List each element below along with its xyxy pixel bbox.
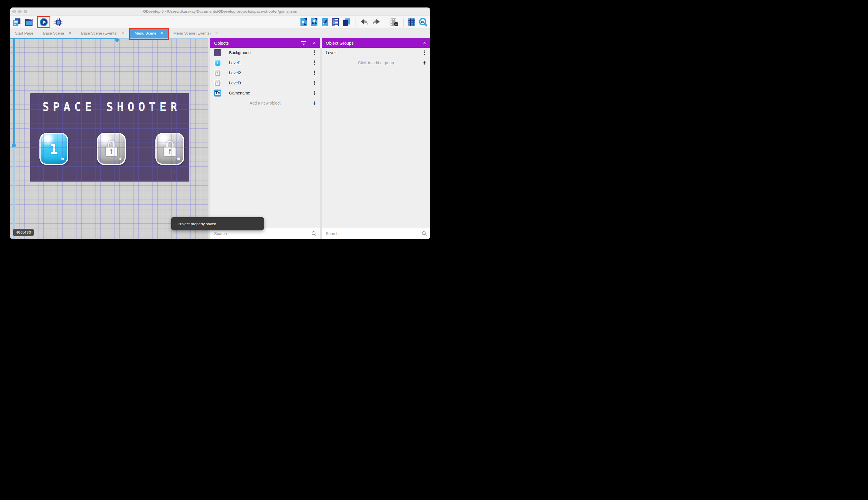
object-menu-kebab-icon[interactable] [312, 80, 317, 86]
object-groups-editor-icon [310, 18, 318, 26]
preview-play-button[interactable] [39, 18, 48, 26]
filter-icon[interactable] [301, 41, 306, 45]
close-panel-icon[interactable]: ✕ [313, 41, 316, 45]
play-icon [39, 18, 48, 26]
object-row-level3[interactable]: Level3 [210, 78, 320, 88]
object-groups-search-input[interactable] [325, 231, 419, 236]
project-manager-button[interactable] [12, 18, 21, 26]
object-row-level2[interactable]: Level2 [210, 68, 320, 78]
gloss-dot [119, 158, 121, 160]
horizontal-scrollbar-track-fill [10, 38, 117, 39]
object-menu-kebab-icon[interactable] [312, 70, 317, 76]
object-menu-kebab-icon[interactable] [312, 90, 317, 96]
instances-list-button[interactable] [332, 18, 339, 26]
gloss-dot [177, 158, 180, 160]
group-row-levels[interactable]: Levels [322, 48, 430, 58]
plus-icon[interactable]: + [313, 100, 316, 106]
level3-thumbnail [214, 79, 221, 87]
starfield [30, 93, 31, 94]
add-group-label: Click to add a group [358, 60, 394, 65]
scene-canvas[interactable]: SPACE SHOOTER 1 [10, 38, 208, 239]
tab-menu-scene[interactable]: Menu Scene ✕ [130, 28, 169, 38]
toolbar-divider [403, 18, 403, 27]
level1-button-instance[interactable]: 1 [39, 133, 68, 165]
toggle-grid-button[interactable] [408, 18, 415, 26]
add-object-row[interactable]: Add a new object + [210, 98, 320, 108]
group-menu-kebab-icon[interactable] [422, 49, 427, 56]
plus-icon[interactable]: + [423, 60, 426, 66]
object-groups-panel: Object Groups ✕ Levels Click to add a gr… [322, 38, 430, 239]
add-object-label: Add a new object [249, 101, 280, 105]
objects-editor-button[interactable] [300, 18, 307, 26]
objects-list: Background 1 Level1 Level2 [210, 48, 320, 108]
toggle-mask-button[interactable] [390, 18, 399, 26]
object-groups-panel-header: Object Groups ✕ [322, 38, 430, 48]
scene-editor-button[interactable] [25, 18, 33, 26]
screenshot-root: { "window": { "title": "GDevelop 5 - /Us… [0, 0, 434, 250]
mask-frame-icon [390, 18, 399, 26]
gloss-dot [61, 158, 64, 160]
group-name: Levels [326, 50, 422, 55]
close-panel-icon[interactable]: ✕ [423, 41, 426, 45]
object-name: Level1 [229, 60, 312, 65]
close-tab-icon[interactable]: ✕ [161, 31, 163, 35]
vertical-scrollbar-thumb[interactable] [12, 144, 16, 147]
vertical-scrollbar-track-fill [13, 39, 15, 145]
lock-icon [216, 71, 219, 75]
level2-button-instance[interactable] [97, 133, 126, 165]
tab-base-scene[interactable]: Base Scene ✕ [38, 28, 76, 38]
horizontal-scrollbar[interactable] [10, 38, 208, 39]
instances-list-icon [332, 18, 339, 26]
gamename-thumbnail: Tx [214, 90, 221, 96]
object-menu-kebab-icon[interactable] [312, 60, 317, 66]
close-tab-icon[interactable]: ✕ [122, 31, 125, 35]
search-icon [422, 231, 427, 236]
tab-base-scene-events[interactable]: Base Scene (Events) ✕ [76, 28, 130, 38]
tab-start-page[interactable]: Start Page [10, 28, 38, 38]
level3-button-instance[interactable] [155, 133, 184, 165]
object-row-gamename[interactable]: Tx Gamename [210, 88, 320, 98]
object-name: Gamename [229, 91, 312, 95]
objects-panel: Objects ✕ Background 1 [210, 38, 320, 239]
horizontal-scrollbar-thumb[interactable] [114, 38, 119, 43]
project-manager-icon [12, 18, 21, 26]
lock-icon [216, 81, 219, 85]
close-tab-icon[interactable]: ✕ [215, 31, 218, 35]
debugger-icon [54, 18, 63, 26]
object-groups-list: Levels Click to add a group + [322, 48, 430, 68]
object-row-background[interactable]: Background [210, 48, 320, 58]
zoom-window-button[interactable] [24, 10, 27, 13]
save-toast: Project properly saved [171, 217, 264, 230]
window-title: GDevelop 5 - /Users/dkarakay/Documents/G… [10, 8, 430, 15]
layers-editor-button[interactable] [342, 18, 351, 26]
object-row-level1[interactable]: 1 Level1 [210, 58, 320, 68]
objects-search-input[interactable] [213, 231, 309, 236]
game-title-instance[interactable]: SPACE SHOOTER [30, 100, 189, 113]
gdevelop-window: GDevelop 5 - /Users/dkarakay/Documents/G… [10, 8, 430, 239]
vertical-scrollbar[interactable] [13, 39, 15, 239]
close-tab-icon[interactable]: ✕ [69, 31, 71, 35]
text-object-icon: Tx [215, 91, 221, 95]
search-icon [312, 231, 317, 236]
tab-menu-scene-events[interactable]: Menu Scene (Events) ✕ [168, 28, 223, 38]
object-name: Level3 [229, 81, 312, 85]
close-window-button[interactable] [12, 10, 16, 13]
zoom-1-1-button[interactable]: 1:1 [419, 18, 427, 26]
debugger-button[interactable] [54, 18, 63, 26]
object-menu-kebab-icon[interactable] [312, 49, 317, 56]
main-toolbar: 1:1 [10, 16, 430, 28]
redo-button[interactable] [372, 19, 380, 26]
object-groups-editor-button[interactable] [310, 18, 318, 26]
properties-pencil-icon [321, 18, 329, 26]
toolbar-divider [385, 18, 385, 27]
properties-button[interactable] [321, 18, 329, 26]
undo-button[interactable] [360, 19, 369, 26]
minimize-window-button[interactable] [18, 10, 22, 13]
tutorial-highlight-play [37, 16, 50, 28]
objects-panel-header: Objects ✕ [210, 38, 320, 48]
scene-viewport: SPACE SHOOTER 1 [30, 93, 189, 181]
toolbar-divider [355, 18, 355, 27]
objects-panel-title: Objects [214, 41, 295, 46]
tab-label: Menu Scene (Events) [173, 31, 211, 35]
add-group-row[interactable]: Click to add a group + [322, 58, 430, 68]
